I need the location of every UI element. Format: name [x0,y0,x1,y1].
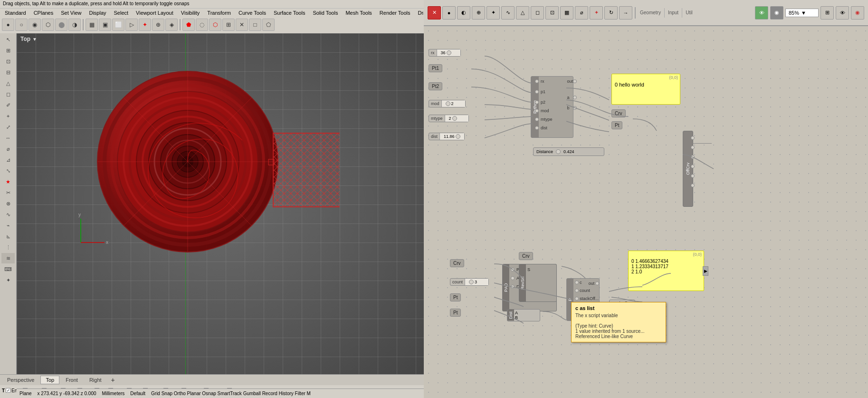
gh-eye-btn[interactable]: 👁 [836,6,849,19]
offcrv-node[interactable]: OffCrv [683,131,693,207]
gh-btn-6[interactable]: △ [516,6,529,19]
tool-13[interactable]: ⤡ [1,165,15,176]
menu-cplanes[interactable]: CPlanes [30,9,57,17]
gh-btn-10[interactable]: ⌀ [575,6,588,19]
toolbar-btn-15[interactable]: ◌ [196,19,208,31]
tool-7[interactable]: ✐ [1,100,15,110]
zoom-dropdown[interactable]: ▼ [801,10,806,16]
gh-btn-5[interactable]: ∿ [501,6,515,19]
dist-node[interactable]: dist 11.86 [429,133,465,140]
crv-node-bottom-left[interactable]: Crv [450,259,464,267]
gh-btn-4[interactable]: ✦ [486,6,500,19]
menu-surface-tools[interactable]: Surface Tools [270,9,309,17]
mod-node[interactable]: mod 2 [429,100,466,107]
gh-btn-2[interactable]: ◐ [457,6,470,19]
tool-20[interactable]: ⋮ [1,242,15,252]
toolbar-btn-17[interactable]: ⊞ [222,19,235,31]
revsrf-node[interactable]: RevSrf S [519,264,557,302]
menu-solid-tools[interactable]: Solid Tools [309,9,342,17]
tool-14[interactable]: ★ [1,176,15,187]
toolbar-btn-12[interactable]: ⊕ [152,19,164,31]
toolbar-btn-11[interactable]: ✦ [139,19,151,31]
rx-node[interactable]: rx 36 [429,49,461,57]
gh-btn-close[interactable]: ✕ [428,6,441,19]
gh-btn-11[interactable]: ✦ [590,6,603,19]
menu-mesh-tools[interactable]: Mesh Tools [342,9,375,17]
crv-node-bottom-mid[interactable]: Crv [519,252,533,260]
count-node[interactable]: count 3 [450,278,489,286]
crv-node-top[interactable]: Crv [611,109,626,117]
tool-17[interactable]: ∿ [1,209,15,220]
toolbar-btn-2[interactable]: ○ [15,19,28,31]
menu-visibility[interactable]: Visibility [177,9,204,17]
gh-btn-8[interactable]: ⊡ [545,6,559,19]
toolbar-btn-1[interactable]: ● [2,19,14,31]
tool-11[interactable]: ⌀ [1,144,15,154]
gh-preview-on[interactable]: 👁 [755,6,768,19]
tab-right[interactable]: Right [84,376,107,384]
menu-standard[interactable]: Standard [1,9,30,17]
toolbar-btn-6[interactable]: ◑ [68,19,81,31]
gh-preview-off[interactable]: ◉ [770,6,783,19]
tab-add[interactable]: + [108,376,118,384]
gh-btn-7[interactable]: ◻ [531,6,544,19]
mtype-node[interactable]: mtype 2 [429,115,469,122]
tool-18[interactable]: ⌁ [1,220,15,231]
toolbar-btn-10[interactable]: ▷ [125,19,138,31]
output-node-1[interactable]: (0,0) 0 hello world [611,74,680,105]
menu-render-tools[interactable]: Render Tools [376,9,414,17]
tool-2[interactable]: ⊞ [1,45,15,56]
gh-btn-3[interactable]: ⊕ [472,6,485,19]
tab-top[interactable]: Top [40,376,59,384]
viewport-canvas[interactable]: Top ▼ [17,33,424,374]
toolbar-btn-18[interactable]: ✕ [236,19,248,31]
gh-canvas[interactable]: rx 36 Pt1 Pt2 mod 2 [424,26,868,398]
distance-node[interactable]: Distance 0.424 [533,147,604,156]
output-expand-btn[interactable]: ▶ [703,266,708,276]
toolbar-btn-14[interactable]: ⬟ [182,19,195,31]
tab-perspective[interactable]: Perspective [2,376,39,384]
tool-15[interactable]: ✂ [1,187,15,198]
pt-node-bottom-1[interactable]: Pt [450,293,461,301]
gh-btn-12[interactable]: ↻ [604,6,618,19]
viewport-area[interactable]: Top ▼ [17,33,424,374]
pt-node-bottom-2[interactable]: Pt [450,309,461,317]
tool-16[interactable]: ⊗ [1,198,15,209]
python-node[interactable]: Python rx p1 [531,76,573,138]
menu-select[interactable]: Select [110,9,133,17]
toolbar-btn-9[interactable]: ⬜ [112,19,124,31]
tool-19[interactable]: ⊾ [1,231,15,242]
tool-21[interactable]: ≋ [1,253,15,263]
pt-node-top[interactable]: Pt [611,121,622,129]
toolbar-btn-4[interactable]: ⬡ [42,19,54,31]
tool-9[interactable]: ⤢ [1,122,15,132]
tool-6[interactable]: ◻ [1,89,15,99]
dist-node-bottom[interactable]: Dist A B [507,309,540,321]
tool-23[interactable]: ✦ [1,275,15,285]
gh-btn-13[interactable]: → [619,6,632,19]
toolbar-btn-5[interactable]: ⬤ [55,19,67,31]
pt1-node[interactable]: Pt1 [429,64,442,72]
toolbar-btn-3[interactable]: ◉ [29,19,41,31]
viewport-dropdown-arrow[interactable]: ▼ [32,37,37,42]
tool-3[interactable]: ⊡ [1,56,15,67]
zoom-control[interactable]: 85% ▼ [785,9,819,17]
toolbar-btn-16[interactable]: ⬡ [209,19,221,31]
tool-select[interactable]: ↖ [1,34,15,45]
toolbar-btn-7[interactable]: ▦ [86,19,98,31]
tool-8[interactable]: ⌖ [1,111,15,121]
tool-4[interactable]: ⊟ [1,67,15,78]
toolbar-btn-8[interactable]: ▣ [99,19,111,31]
pt2-node[interactable]: Pt2 [429,82,442,90]
toolbar-btn-20[interactable]: ⬠ [262,19,275,31]
toolbar-btn-19[interactable]: □ [249,19,261,31]
tool-12[interactable]: ⊿ [1,155,15,165]
gh-fit-btn[interactable]: ⊞ [820,6,834,19]
tool-10[interactable]: ↔ [1,133,15,143]
toolbar-btn-13[interactable]: ◈ [165,19,178,31]
tool-22[interactable]: ⌨ [1,264,15,274]
gh-btn-1[interactable]: ● [442,6,456,19]
menu-viewport-layout[interactable]: Viewport Layout [132,9,177,17]
gh-btn-9[interactable]: ▦ [560,6,573,19]
menu-transform[interactable]: Transform [203,9,235,17]
